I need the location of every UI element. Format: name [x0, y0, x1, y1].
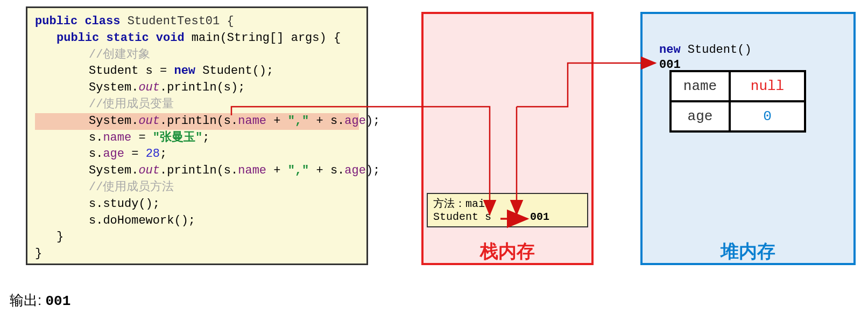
output-label: 输出:	[10, 292, 45, 308]
out-field: out	[138, 81, 160, 94]
stack-frame-var: Student s 001	[433, 211, 582, 223]
out-field: out	[138, 114, 160, 128]
code-line-1: public class StudentTest01 {	[35, 13, 359, 30]
code-line-highlighted: System.out.println(s.name + "," + s.age)…	[35, 113, 359, 130]
field-age: age	[344, 114, 366, 128]
code-panel: public class StudentTest01 { public stat…	[26, 6, 368, 265]
code-line-study: s.study();	[35, 196, 359, 213]
field-name: name	[238, 114, 266, 128]
field-age-label: age	[671, 101, 730, 131]
field-age: age	[103, 147, 124, 161]
code-line-set-age: s.age = 28;	[35, 146, 359, 163]
code-comment-3: //使用成员方法	[35, 179, 359, 196]
field-name: name	[103, 131, 131, 144]
string-literal: ","	[288, 164, 309, 177]
heap-object-table: name null age 0	[669, 70, 806, 133]
field-age: age	[344, 164, 366, 177]
string-literal: ","	[288, 114, 309, 128]
keyword: public class	[35, 15, 120, 28]
stack-memory-label: 栈内存	[421, 239, 594, 264]
stack-address: 001	[530, 211, 549, 223]
field-name: name	[238, 164, 266, 177]
output-value: 001	[45, 293, 70, 309]
string-literal: "张曼玉"	[153, 131, 202, 144]
stack-frame-main: 方法：main Student s 001	[427, 193, 588, 227]
code-line-println-s: System.out.println(s);	[35, 80, 359, 96]
code-line-set-name: s.name = "张曼玉";	[35, 130, 359, 147]
field-name-label: name	[671, 71, 730, 101]
code-line-println-2: System.out.println(s.name + "," + s.age)…	[35, 163, 359, 179]
out-field: out	[138, 164, 160, 177]
output-line: 输出: 001	[10, 291, 70, 310]
code-comment-2: //使用成员变量	[35, 96, 359, 113]
stack-frame-method: 方法：main	[433, 196, 582, 211]
keyword: new	[174, 64, 195, 78]
code-line-dohomework: s.doHomework();	[35, 213, 359, 230]
keyword: new	[659, 43, 681, 57]
code-close-brace-1: }	[35, 229, 359, 246]
code-line-new-student: Student s = new Student();	[35, 63, 359, 80]
field-name-value: null	[730, 71, 805, 101]
class-name: StudentTest01 {	[120, 15, 234, 28]
heap-memory-label: 堆内存	[640, 239, 856, 264]
heap-new-expression: new Student()	[659, 43, 752, 57]
code-close-brace-2: }	[35, 246, 359, 262]
code-comment-1: //创建对象	[35, 47, 359, 64]
number-literal: 28	[146, 147, 160, 161]
method-sig: main(String[] args) {	[185, 31, 341, 45]
code-line-2: public static void main(String[] args) {	[35, 30, 359, 47]
keyword: public static void	[57, 31, 185, 45]
field-age-value: 0	[730, 101, 805, 131]
